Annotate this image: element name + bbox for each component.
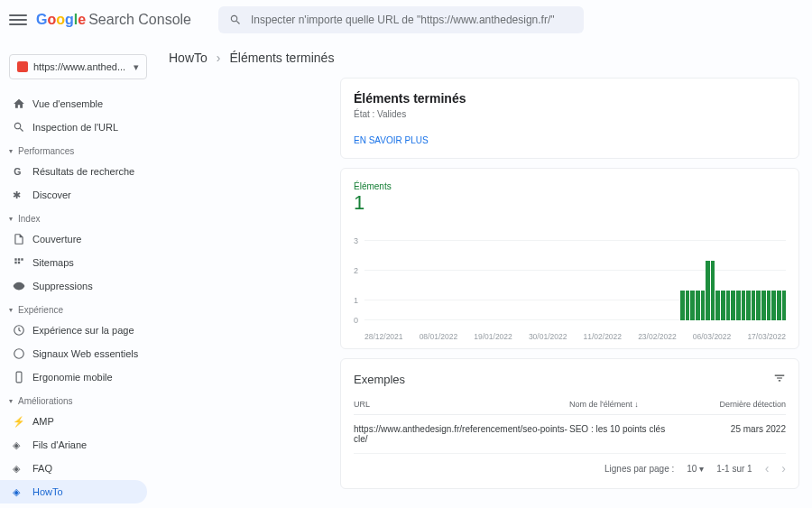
chart-bar[interactable] [686,291,690,320]
sidebar-item-web-vitals[interactable]: Signaux Web essentiels [0,342,156,365]
x-tick: 30/01/2022 [529,332,567,341]
sidebar-item-overview[interactable]: Vue d'ensemble [0,92,156,115]
learn-more-link[interactable]: EN SAVOIR PLUS [354,135,786,145]
filter-icon[interactable] [773,372,786,387]
search-placeholder: Inspecter n'importe quelle URL de "https… [251,14,555,26]
chart-bar[interactable] [680,291,685,320]
page-range: 1-1 sur 1 [716,464,752,474]
examples-title: Exemples [354,373,405,386]
breadcrumb-current: Éléments terminés [229,51,334,65]
chart-bar[interactable] [777,291,781,320]
section-performances[interactable]: ▾Performances [0,139,156,160]
table-header: URL Nom de l'élément ↓ Dernière détectio… [354,400,786,415]
menu-icon[interactable] [9,11,27,29]
svg-point-2 [14,349,24,359]
x-tick: 19/01/2022 [474,332,512,341]
rows-per-page-label: Lignes par page : [604,464,674,474]
sidebar-item-page-experience[interactable]: Expérience sur la page [0,319,156,342]
sidebar-item-faq[interactable]: ◈FAQ [0,457,156,480]
chevron-right-icon: › [217,51,221,65]
x-tick: 23/02/2022 [638,332,677,341]
chart-bar[interactable] [767,291,771,320]
chart-bar[interactable] [715,291,720,320]
sidebar-item-mobile[interactable]: Ergonomie mobile [0,365,156,389]
chart-bar[interactable] [711,261,715,320]
chart: 3 2 1 0 [364,231,786,330]
chart-bar[interactable] [752,291,756,320]
chevron-down-icon: ▾ [134,61,139,73]
table-row[interactable]: https://www.anthedesign.fr/referencement… [354,415,786,454]
logo: GoogleSearch Console [36,12,191,28]
domain-text: https://www.anthed... [33,61,125,72]
section-index[interactable]: ▾Index [0,207,156,227]
sidebar-item-coverage[interactable]: Couverture [0,227,156,251]
chart-bar[interactable] [736,291,741,320]
chart-bar[interactable] [690,291,695,320]
search-icon [229,14,242,26]
col-date[interactable]: Dernière détection [705,400,786,409]
section-experience[interactable]: ▾Expérience [0,298,156,319]
sidebar-item-removals[interactable]: Suppressions [0,274,156,298]
rows-per-page-select[interactable]: 10 ▾ [687,464,704,474]
pager: Lignes par page : 10 ▾ 1-1 sur 1 ‹ › [354,454,786,476]
sidebar-item-sitemaps[interactable]: Sitemaps [0,251,156,274]
chart-bar[interactable] [742,291,746,320]
col-name[interactable]: Nom de l'élément ↓ [569,400,705,409]
site-icon [17,61,28,72]
chart-bar[interactable] [696,291,700,320]
header-card: Éléments terminés État : Valides EN SAVO… [340,78,799,159]
sidebar-item-inspect[interactable]: Inspection de l'URL [0,115,156,139]
breadcrumb: HowTo › Éléments terminés [169,51,799,65]
chart-bar[interactable] [782,291,787,320]
svg-text:G: G [14,166,21,177]
chart-bar[interactable] [726,291,731,320]
page-title: Éléments terminés [354,91,786,106]
x-tick: 28/12/2021 [364,332,403,341]
examples-card: Exemples URL Nom de l'élément ↓ Dernière… [340,358,799,489]
chart-bar[interactable] [746,291,751,320]
prev-page-icon[interactable]: ‹ [765,461,770,476]
sidebar: https://www.anthed... ▾ Vue d'ensemble I… [0,40,156,508]
chart-card: Éléments 1 3 2 1 0 28/12/202108/01/20221… [340,168,799,349]
chart-bar[interactable] [731,291,735,320]
metric-value: 1 [354,191,786,215]
chart-bar[interactable] [771,291,776,320]
chart-bar[interactable] [701,291,706,320]
chart-bar[interactable] [706,261,710,320]
chart-bar[interactable] [761,291,766,320]
sidebar-item-search-results[interactable]: GRésultats de recherche [0,160,156,183]
x-tick: 06/03/2022 [693,332,732,341]
x-tick: 11/02/2022 [584,332,623,341]
domain-selector[interactable]: https://www.anthed... ▾ [9,54,147,79]
sidebar-item-howto[interactable]: ◈HowTo [0,480,147,503]
x-tick: 08/01/2022 [420,332,458,341]
next-page-icon[interactable]: › [781,461,786,476]
breadcrumb-parent[interactable]: HowTo [169,51,208,65]
search-input[interactable]: Inspecter n'importe quelle URL de "https… [218,6,584,33]
sidebar-item-breadcrumbs[interactable]: ◈Fils d'Ariane [0,433,156,457]
metric-label: Éléments [354,181,786,191]
svg-rect-3 [16,372,22,383]
chart-bar[interactable] [721,291,725,320]
sidebar-item-amp[interactable]: ⚡AMP [0,410,156,433]
section-enhancements[interactable]: ▾Améliorations [0,389,156,410]
state-label: État : Valides [354,109,786,119]
main: HowTo › Éléments terminés Éléments termi… [156,40,812,508]
sidebar-item-discover[interactable]: ✱Discover [0,183,156,207]
x-tick: 17/03/2022 [747,332,786,341]
chart-bar[interactable] [756,291,761,320]
col-url[interactable]: URL [354,400,569,409]
